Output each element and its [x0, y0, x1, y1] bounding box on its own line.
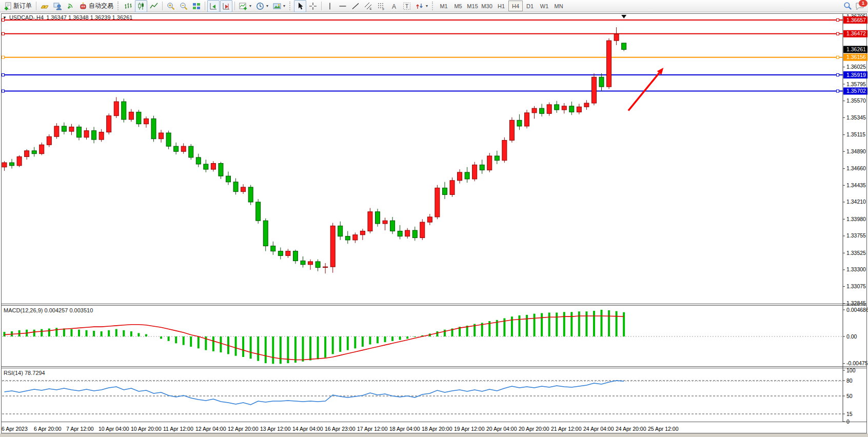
- cursor-tool-button[interactable]: [294, 0, 306, 12]
- svg-text:24 Apr 04:00: 24 Apr 04:00: [583, 426, 614, 432]
- svg-text:14 Apr 04:00: 14 Apr 04:00: [292, 426, 323, 432]
- vertical-line-tool-button[interactable]: [324, 0, 336, 12]
- toolbar-separator: [234, 2, 235, 10]
- svg-text:1.34890: 1.34890: [846, 148, 866, 154]
- svg-text:1.35919: 1.35919: [846, 72, 866, 78]
- horizontal-line-icon: [339, 2, 347, 10]
- svg-text:1.33755: 1.33755: [846, 232, 866, 239]
- auto-scroll-button[interactable]: [207, 0, 220, 12]
- signal-icon: [66, 2, 74, 10]
- timeframe-button-M30[interactable]: M30: [480, 1, 494, 11]
- indicators-button[interactable]: ▾: [237, 0, 253, 12]
- svg-text:E: E: [370, 7, 372, 10]
- svg-text:1.33075: 1.33075: [846, 283, 866, 289]
- bar-chart-mode-button[interactable]: [122, 0, 134, 12]
- svg-text:F: F: [383, 7, 385, 10]
- timeframe-button-H4[interactable]: H4: [508, 1, 523, 11]
- svg-text:1.35345: 1.35345: [846, 114, 866, 121]
- history-center-button[interactable]: [38, 0, 51, 12]
- svg-text:10 Apr 20:00: 10 Apr 20:00: [131, 426, 162, 432]
- new-order-label: 新订单: [13, 2, 32, 10]
- timeframe-button-M5[interactable]: M5: [451, 1, 465, 11]
- svg-text:1.36025: 1.36025: [846, 64, 866, 70]
- ohlc-bars-icon: [124, 2, 132, 10]
- zoom-in-icon: [167, 2, 175, 10]
- svg-text:0.00: 0.00: [846, 333, 857, 340]
- svg-text:1.33980: 1.33980: [846, 216, 866, 222]
- dropdown-caret-icon: ▾: [426, 4, 428, 8]
- gold-bars-icon: [41, 2, 49, 10]
- text-tool-button[interactable]: A: [388, 0, 400, 12]
- notifications-button[interactable]: 1: [855, 2, 864, 10]
- chart-shift-button[interactable]: [220, 0, 232, 12]
- svg-text:1.36261: 1.36261: [846, 46, 866, 52]
- search-icon[interactable]: [843, 2, 852, 10]
- svg-text:20 Apr 04:00: 20 Apr 04:00: [486, 426, 517, 432]
- horizontal-line-tool-button[interactable]: [337, 0, 349, 12]
- line-chart-mode-button[interactable]: [148, 0, 160, 12]
- candlestick-icon: [137, 2, 145, 10]
- clock-icon: [256, 2, 264, 10]
- auto-scroll-icon: [209, 2, 218, 10]
- svg-text:-0.004752: -0.004752: [846, 360, 868, 366]
- svg-text:24 Apr 20:00: 24 Apr 20:00: [616, 426, 646, 432]
- zoom-out-button[interactable]: [177, 0, 190, 12]
- svg-text:13 Apr 12:00: 13 Apr 12:00: [260, 426, 291, 432]
- svg-text:21 Apr 12:00: 21 Apr 12:00: [551, 426, 582, 432]
- svg-text:17 Apr 12:00: 17 Apr 12:00: [357, 426, 388, 432]
- text-label-icon: T: [403, 2, 411, 10]
- tile-windows-button[interactable]: [190, 0, 203, 12]
- notification-badge: 1: [859, 0, 867, 7]
- svg-text:0.004686: 0.004686: [846, 307, 868, 313]
- arrows-tool-button[interactable]: ▾: [413, 0, 430, 12]
- line-chart-icon: [150, 2, 158, 10]
- channel-tool-button[interactable]: E: [362, 0, 374, 12]
- timeframe-button-MN[interactable]: MN: [551, 1, 566, 11]
- new-order-button[interactable]: 新订单: [2, 0, 34, 12]
- timeframe-button-D1[interactable]: D1: [523, 1, 537, 11]
- svg-text:6 Apr 20:00: 6 Apr 20:00: [34, 426, 62, 432]
- auto-trading-label: 自动交易: [89, 2, 113, 10]
- timeframe-button-W1[interactable]: W1: [537, 1, 551, 11]
- chart-window: 1.367051.360251.357951.355701.353451.351…: [0, 12, 868, 437]
- fibonacci-tool-button[interactable]: F: [375, 0, 387, 12]
- svg-text:T: T: [405, 4, 408, 9]
- zoom-in-button[interactable]: [165, 0, 177, 12]
- template-icon: [273, 2, 281, 10]
- svg-text:1.32845: 1.32845: [846, 300, 866, 306]
- new-order-icon: [4, 2, 12, 10]
- dropdown-caret-icon: ▾: [249, 4, 251, 8]
- toolbar-separator: [321, 2, 322, 10]
- svg-text:18 Apr 20:00: 18 Apr 20:00: [422, 426, 452, 432]
- timeframe-button-H1[interactable]: H1: [494, 1, 508, 11]
- chart-canvas[interactable]: 1.367051.360251.357951.355701.353451.351…: [0, 12, 868, 437]
- fibonacci-icon: F: [377, 2, 385, 10]
- equidistant-channel-icon: E: [364, 2, 372, 10]
- dropdown-caret-icon: ▾: [283, 4, 285, 8]
- svg-text:1.35570: 1.35570: [846, 97, 866, 104]
- text-label-tool-button[interactable]: T: [401, 0, 413, 12]
- candlestick-mode-button[interactable]: [135, 0, 147, 12]
- svg-text:16 Apr 23:00: 16 Apr 23:00: [325, 426, 356, 432]
- zoom-out-icon: [180, 2, 188, 10]
- crosshair-icon: [309, 2, 317, 10]
- time-axis[interactable]: 6 Apr 20236 Apr 20:007 Apr 12:0010 Apr 0…: [2, 426, 679, 432]
- auto-trading-button[interactable]: 自动交易: [77, 0, 115, 12]
- svg-text:1.36657: 1.36657: [846, 17, 866, 23]
- metaeditor-button[interactable]: [51, 0, 64, 12]
- periods-button[interactable]: ▾: [254, 0, 270, 12]
- tile-windows-icon: [192, 2, 201, 10]
- signals-button[interactable]: [64, 0, 76, 12]
- templates-button[interactable]: ▾: [271, 0, 287, 12]
- svg-text:19 Apr 12:00: 19 Apr 12:00: [454, 426, 485, 432]
- timeframe-button-M15[interactable]: M15: [465, 1, 480, 11]
- svg-text:1.35795: 1.35795: [846, 81, 866, 87]
- crosshair-tool-button[interactable]: [307, 0, 319, 12]
- arrow-objects-icon: [416, 2, 424, 10]
- svg-text:1.35702: 1.35702: [846, 88, 866, 94]
- toolbar-separator: [162, 2, 163, 10]
- trendline-tool-button[interactable]: [349, 0, 362, 12]
- timeframe-button-M1[interactable]: M1: [437, 1, 451, 11]
- svg-text:10 Apr 04:00: 10 Apr 04:00: [98, 426, 129, 432]
- toolbar-separator: [36, 2, 36, 10]
